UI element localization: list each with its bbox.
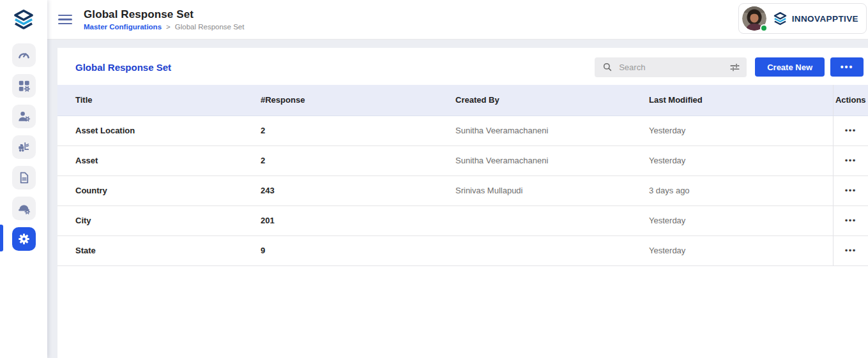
innovapptive-mark-icon [772, 11, 788, 27]
user-brand-card: INNOVAPPTIVE [738, 3, 867, 34]
sidebar-item-modules[interactable] [12, 74, 36, 98]
online-status-dot [760, 24, 768, 32]
cell-response-count: 2 [261, 116, 455, 145]
column-header-response: #Response [261, 85, 455, 116]
cell-response-count: 9 [261, 235, 455, 265]
cell-title: Country [57, 175, 261, 205]
cell-last-modified: 3 days ago [649, 175, 833, 205]
table-row: State9Yesterday [57, 235, 868, 265]
column-header-last-modified: Last Modified [649, 85, 833, 116]
cell-created-by [455, 205, 649, 235]
cell-title: Asset Location [57, 116, 261, 145]
cell-title: City [57, 205, 261, 235]
more-horizontal-icon [845, 126, 857, 135]
innovapptive-mark-icon [11, 8, 36, 32]
more-horizontal-icon [845, 156, 857, 165]
content-panel: Global Response Set Create New [57, 48, 868, 358]
table-row: Asset2Sunitha VeeramachaneniYesterday [57, 145, 868, 175]
row-actions-button[interactable] [833, 235, 868, 265]
table-row: Country243Srinivas Mullapudi3 days ago [57, 175, 868, 205]
cell-title: Asset [57, 145, 261, 175]
breadcrumb: Master Configurations > Global Response … [84, 23, 244, 31]
search-icon [602, 61, 613, 73]
more-horizontal-icon [845, 246, 857, 255]
cell-last-modified: Yesterday [649, 145, 833, 175]
forklift-icon [17, 140, 31, 154]
sidebar-item-user-management[interactable] [12, 105, 36, 128]
row-actions-button[interactable] [833, 116, 868, 145]
toolbar: Global Response Set Create New [57, 48, 868, 85]
column-header-created-by: Created By [455, 85, 649, 116]
sidebar-item-dashboard[interactable] [12, 43, 36, 67]
more-horizontal-icon [841, 63, 854, 71]
cell-title: State [57, 235, 261, 265]
page-title: Global Response Set [84, 8, 244, 21]
sidebar-nav [12, 43, 36, 251]
more-horizontal-icon [845, 216, 857, 225]
cell-created-by: Sunitha Veeramachaneni [455, 116, 649, 145]
row-actions-button[interactable] [833, 145, 868, 175]
hardhat-gear-icon [17, 201, 31, 216]
breadcrumb-separator: > [166, 23, 171, 31]
cell-response-count: 201 [261, 205, 455, 235]
breadcrumb-parent-link[interactable]: Master Configurations [84, 23, 162, 31]
main-area: Global Response Set Master Configuration… [47, 0, 868, 358]
row-actions-button[interactable] [833, 205, 868, 235]
avatar[interactable] [742, 6, 766, 31]
more-horizontal-icon [845, 186, 857, 195]
sidebar-item-documents[interactable] [12, 166, 36, 190]
table-header-row: Title #Response Created By Last Modified… [57, 85, 868, 116]
cell-created-by [455, 235, 649, 265]
create-new-button[interactable]: Create New [755, 57, 825, 77]
table-body: Asset Location2Sunitha VeeramachaneniYes… [57, 116, 868, 265]
breadcrumb-current: Global Response Set [175, 23, 245, 31]
response-set-table: Title #Response Created By Last Modified… [57, 85, 868, 266]
title-block: Global Response Set Master Configuration… [84, 8, 244, 31]
search-input[interactable] [619, 63, 729, 72]
cell-created-by: Sunitha Veeramachaneni [455, 145, 649, 175]
table-row: City201Yesterday [57, 205, 868, 235]
brand-name: INNOVAPPTIVE [792, 14, 858, 24]
cell-last-modified: Yesterday [649, 116, 833, 145]
active-nav-indicator [0, 225, 3, 251]
cell-response-count: 243 [261, 175, 455, 205]
toolbar-more-button[interactable] [830, 57, 864, 77]
gear-icon [17, 232, 31, 246]
sidebar-item-equipment[interactable] [12, 135, 36, 159]
search-box [595, 57, 747, 77]
hamburger-menu-icon[interactable] [58, 13, 75, 26]
grid-gear-icon [17, 78, 31, 93]
gauge-icon [17, 48, 31, 63]
app-logo [10, 6, 37, 33]
cell-last-modified: Yesterday [649, 205, 833, 235]
column-header-actions: Actions [833, 85, 868, 116]
document-icon [17, 170, 31, 185]
top-bar: Global Response Set Master Configuration… [47, 0, 868, 40]
panel-heading: Global Response Set [75, 62, 171, 73]
table-row: Asset Location2Sunitha VeeramachaneniYes… [57, 116, 868, 145]
sidebar-item-operator-rounds[interactable] [12, 197, 36, 220]
cell-last-modified: Yesterday [649, 235, 833, 265]
sidebar-item-settings[interactable] [12, 227, 36, 251]
person-gear-icon [17, 109, 31, 124]
column-header-title: Title [57, 85, 261, 116]
row-actions-button[interactable] [833, 175, 868, 205]
cell-response-count: 2 [261, 145, 455, 175]
cell-created-by: Srinivas Mullapudi [455, 175, 649, 205]
brand-logo: INNOVAPPTIVE [772, 11, 858, 27]
tune-filter-icon[interactable] [729, 61, 741, 73]
sidebar [0, 0, 47, 358]
